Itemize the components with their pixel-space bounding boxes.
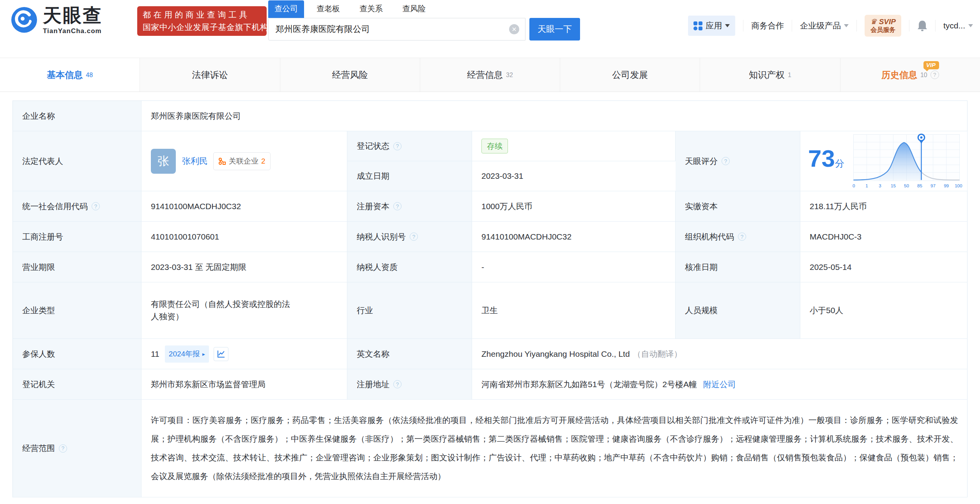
svip-member-button[interactable]: ♛ SVIP 会员服务 (865, 15, 901, 37)
svg-text:15: 15 (891, 183, 896, 188)
reg-address-label: 注册地址? (347, 369, 472, 400)
tab-operation-info[interactable]: 经营信息 32 (420, 58, 560, 92)
tab-label: 经营信息 (467, 69, 503, 81)
notification-bell-icon[interactable] (917, 20, 927, 32)
paid-capital-value: 218.11万人民币 (800, 191, 968, 222)
svip-sublabel: 会员服务 (870, 26, 896, 34)
taxpayer-quality-label: 纳税人资质 (347, 252, 472, 282)
insured-value: 11 2024年报▸ (142, 339, 347, 369)
table-row: 法定代表人 张 张利民 关联企业 2 登记状态? 存续 天眼评分? (13, 131, 967, 191)
tab-intellectual-property[interactable]: 知识产权 1 (700, 58, 840, 92)
help-icon[interactable]: ? (393, 380, 402, 388)
nav-cooperation[interactable]: 商务合作 (751, 20, 784, 31)
nearby-companies-link[interactable]: 附近公司 (703, 378, 736, 391)
username: tycd... (943, 21, 965, 30)
apps-grid-icon (693, 21, 702, 30)
logo-title: 天眼查 (43, 5, 103, 26)
tab-count: 10 (920, 72, 927, 79)
related-companies-label: 关联企业 (229, 155, 258, 167)
related-companies-count: 2 (261, 155, 265, 167)
paid-capital-label: 实缴资本 (676, 191, 800, 222)
nav-enterprise[interactable]: 企业级产品 (800, 20, 849, 31)
insured-label: 参保人数 (13, 339, 142, 369)
svg-text:97: 97 (930, 183, 936, 188)
help-icon[interactable]: ? (393, 142, 402, 150)
table-row: 经营范围? 许可项目：医疗美容服务；医疗服务；药品零售；生活美容服务（依法须经批… (13, 400, 967, 497)
reg-status-value: 存续 (472, 131, 676, 161)
table-row: 登记机关 郑州市郑东新区市场监督管理局 注册地址? 河南省郑州市郑东新区九如路5… (13, 369, 967, 400)
org-code-value: MACDHJ0C-3 (800, 222, 968, 252)
reg-number-value: 410101001070601 (142, 222, 347, 252)
tab-count: 32 (506, 72, 513, 79)
svg-text:0: 0 (853, 183, 855, 188)
related-companies-badge[interactable]: 关联企业 2 (213, 152, 271, 170)
tab-label: 法律诉讼 (192, 69, 228, 81)
chevron-down-icon (725, 24, 730, 27)
staff-size-value: 小于50人 (800, 282, 968, 339)
table-row: 统一社会信用代码? 91410100MACDHJ0C32 注册资本? 1000万… (13, 191, 967, 222)
search-button[interactable]: 天眼一下 (529, 18, 580, 41)
legal-rep-value: 张 张利民 关联企业 2 (142, 131, 347, 191)
status-badge: 存续 (481, 139, 508, 153)
english-name-label: 英文名称 (347, 339, 472, 369)
apps-menu[interactable]: 应用 (688, 16, 735, 36)
table-row: 工商注册号 410101001070601 纳税人识别号? 91410100MA… (13, 222, 967, 252)
tab-count: 1 (788, 72, 791, 79)
legal-rep-avatar[interactable]: 张 (151, 149, 176, 174)
tab-basic-info[interactable]: 基本信息 48 (0, 58, 140, 92)
help-icon[interactable]: ? (722, 157, 730, 165)
score-distribution-chart: 013 155085 9799100 (851, 132, 962, 191)
tab-operation-risk[interactable]: 经营风险 (280, 58, 420, 92)
svg-text:99: 99 (944, 183, 949, 188)
clear-icon[interactable]: ✕ (509, 24, 519, 34)
search-tab-boss[interactable]: 查老板 (316, 4, 341, 18)
help-icon[interactable]: ? (930, 70, 939, 79)
nav-divider (743, 20, 743, 32)
business-scope-value: 许可项目：医疗美容服务；医疗服务；药品零售；生活美容服务（依法须经批准的项目，经… (142, 400, 968, 497)
legal-rep-name-link[interactable]: 张利民 (182, 155, 208, 167)
promo-line1: 都在用的商业查询工具 (143, 9, 261, 21)
tab-legal-litigation[interactable]: 法律诉讼 (140, 58, 280, 92)
trend-chart-button[interactable] (214, 347, 228, 361)
svg-text:50: 50 (904, 183, 909, 188)
help-icon[interactable]: ? (59, 444, 67, 453)
search-tab-company[interactable]: 查公司 (268, 0, 304, 18)
tab-history-info[interactable]: VIP 历史信息 10 ? (840, 58, 980, 92)
search-input-wrap: ✕ (268, 18, 525, 41)
credit-code-label: 统一社会信用代码? (13, 191, 142, 222)
search-input[interactable] (268, 18, 525, 41)
company-type-value: 有限责任公司（自然人投资或控股的法人独资） (142, 282, 347, 339)
apps-label: 应用 (706, 20, 722, 31)
promo-banner: 都在用的商业查询工具 国家中小企业发展子基金旗下机构 (137, 6, 267, 36)
reg-authority-label: 登记机关 (13, 369, 142, 400)
svg-text:1: 1 (865, 183, 868, 188)
search-tab-relation[interactable]: 查关系 (359, 4, 384, 18)
search-tab-risk[interactable]: 查风险 (402, 4, 426, 18)
svg-text:85: 85 (917, 183, 922, 188)
business-scope-label: 经营范围? (13, 400, 142, 497)
tab-company-development[interactable]: 公司发展 (560, 58, 700, 92)
table-row: 营业期限 2023-03-31 至 无固定期限 纳税人资质 - 核准日期 202… (13, 252, 967, 282)
help-icon[interactable]: ? (393, 202, 402, 210)
company-type-label: 企业类型 (13, 282, 142, 339)
industry-value: 卫生 (472, 282, 676, 339)
help-icon[interactable]: ? (92, 202, 100, 210)
nav-divider (909, 20, 909, 32)
business-scope-text: 许可项目：医疗美容服务；医疗服务；药品零售；生活美容服务（依法须经批准的项目，经… (142, 401, 968, 496)
reg-address-value: 河南省郑州市郑东新区九如路51号（龙湖壹号院）2号楼A幢 附近公司 (472, 369, 968, 400)
chevron-down-icon (844, 24, 849, 27)
user-menu[interactable]: tycd... (943, 21, 973, 30)
tianyancha-logo[interactable]: 天眼查 TianYanCha.com (11, 5, 103, 35)
table-row: 参保人数 11 2024年报▸ 英文名称 Zhengzhou Yiyangkan… (13, 339, 967, 369)
svg-text:3: 3 (879, 183, 881, 188)
logo-domain: TianYanCha.com (43, 27, 102, 35)
company-name-label: 企业名称 (13, 101, 142, 131)
help-icon[interactable]: ? (738, 233, 746, 241)
nav-divider (792, 20, 792, 32)
search-tabs: 查公司 查老板 查关系 查风险 (268, 2, 580, 18)
help-icon[interactable]: ? (410, 233, 418, 241)
vip-badge: VIP (923, 61, 939, 69)
annual-report-badge[interactable]: 2024年报▸ (165, 345, 209, 363)
staff-size-label: 人员规模 (676, 282, 800, 339)
establish-date-label: 成立日期 (347, 161, 472, 191)
